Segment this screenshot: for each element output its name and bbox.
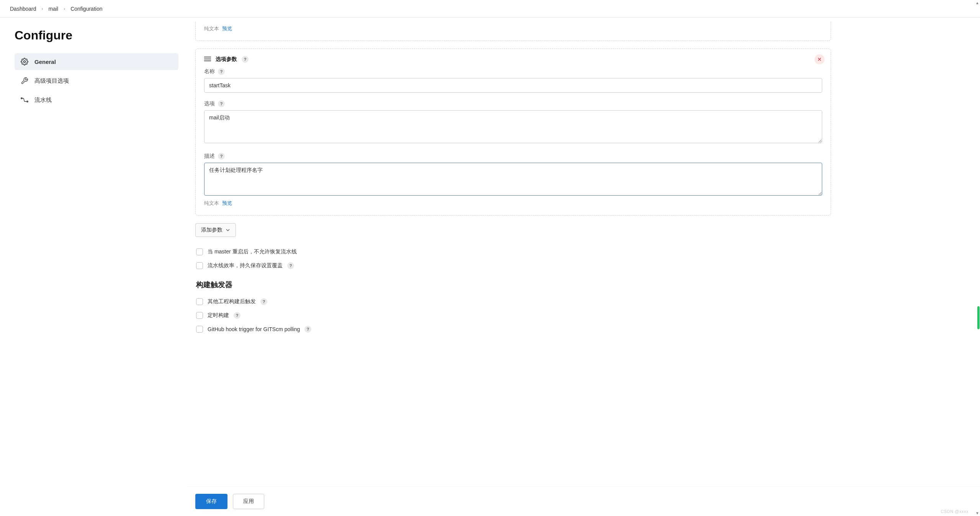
checkbox-scheduled-build[interactable]: 定时构建 ? xyxy=(195,312,831,319)
preview-link[interactable]: 预览 xyxy=(222,26,232,31)
description-textarea[interactable] xyxy=(204,163,822,196)
choice-parameter-box: 选项参数 ? ✕ 名称 ? 选项 ? 描述 ? xyxy=(195,49,831,216)
chevron-down-icon xyxy=(226,228,230,232)
text-mode-toggle: 纯文本 预览 xyxy=(204,25,822,32)
svg-point-0 xyxy=(24,61,26,63)
scroll-down-icon[interactable]: ▼ xyxy=(975,511,979,515)
bottom-action-bar: 保存 应用 xyxy=(188,487,980,516)
help-icon[interactable]: ? xyxy=(218,68,225,75)
plaintext-label: 纯文本 xyxy=(204,200,219,206)
checkbox-label: GitHub hook trigger for GITScm polling xyxy=(208,326,300,332)
save-button[interactable]: 保存 xyxy=(195,494,227,509)
help-icon[interactable]: ? xyxy=(287,262,294,269)
options-label: 选项 ? xyxy=(204,100,822,107)
options-label-text: 选项 xyxy=(204,100,215,107)
description-label-text: 描述 xyxy=(204,153,215,160)
checkbox-github-hook[interactable]: GitHub hook trigger for GITScm polling ? xyxy=(195,326,831,333)
build-triggers-heading: 构建触发器 xyxy=(196,280,831,290)
add-parameter-button[interactable]: 添加参数 xyxy=(195,223,236,237)
name-label: 名称 ? xyxy=(204,68,822,75)
checkbox-build-after-other[interactable]: 其他工程构建后触发 ? xyxy=(195,298,831,305)
breadcrumb-mail[interactable]: mail xyxy=(49,6,59,12)
sidebar: Configure General 高级项目选项 流水线 xyxy=(0,18,188,516)
param-header: 选项参数 ? xyxy=(204,56,822,63)
breadcrumb-dashboard[interactable]: Dashboard xyxy=(10,6,36,12)
watermark-text: CSDN @xxxx xyxy=(941,509,969,514)
pipeline-icon xyxy=(21,96,28,104)
help-icon[interactable]: ? xyxy=(234,312,241,319)
preview-link[interactable]: 预览 xyxy=(222,200,232,206)
checkbox-pipeline-durability[interactable]: 流水线效率，持久保存设置覆盖 ? xyxy=(195,262,831,269)
text-mode-toggle: 纯文本 预览 xyxy=(204,200,822,207)
checkbox-input[interactable] xyxy=(196,326,203,333)
main-content: 纯文本 预览 选项参数 ? ✕ 名称 ? 选项 ? xyxy=(188,18,831,516)
page-title: Configure xyxy=(15,28,178,42)
svg-point-2 xyxy=(27,101,28,102)
help-icon[interactable]: ? xyxy=(218,100,225,107)
breadcrumb-sep-icon: › xyxy=(42,6,43,11)
checkbox-input[interactable] xyxy=(196,298,203,305)
checkbox-master-restart[interactable]: 当 master 重启后，不允许恢复流水线 xyxy=(195,248,831,255)
breadcrumb-configuration[interactable]: Configuration xyxy=(70,6,102,12)
checkbox-input[interactable] xyxy=(196,312,203,319)
wrench-icon xyxy=(21,77,28,85)
apply-button[interactable]: 应用 xyxy=(233,494,264,509)
previous-param-box-tail: 纯文本 预览 xyxy=(195,21,831,41)
scroll-up-icon[interactable]: ▲ xyxy=(975,1,979,5)
param-type-title: 选项参数 xyxy=(216,56,237,63)
sidebar-item-pipeline[interactable]: 流水线 xyxy=(15,91,178,108)
plaintext-label: 纯文本 xyxy=(204,26,219,31)
options-textarea[interactable] xyxy=(204,110,822,143)
sidebar-item-advanced[interactable]: 高级项目选项 xyxy=(15,72,178,89)
help-icon[interactable]: ? xyxy=(218,153,225,160)
name-input[interactable] xyxy=(204,78,822,93)
sidebar-item-label: 流水线 xyxy=(34,96,52,104)
breadcrumb: Dashboard › mail › Configuration xyxy=(0,0,980,18)
drag-handle-icon[interactable] xyxy=(204,56,211,63)
checkbox-input[interactable] xyxy=(196,248,203,255)
checkbox-label: 其他工程构建后触发 xyxy=(208,298,256,305)
breadcrumb-sep-icon: › xyxy=(64,6,65,11)
sidebar-item-label: General xyxy=(34,59,56,65)
description-label: 描述 ? xyxy=(204,153,822,160)
sidebar-item-label: 高级项目选项 xyxy=(34,77,69,85)
checkbox-label: 当 master 重启后，不允许恢复流水线 xyxy=(208,248,297,255)
help-icon[interactable]: ? xyxy=(304,326,311,333)
checkbox-label: 流水线效率，持久保存设置覆盖 xyxy=(208,262,283,269)
checkbox-input[interactable] xyxy=(196,262,203,269)
help-icon[interactable]: ? xyxy=(260,298,267,305)
sidebar-item-general[interactable]: General xyxy=(15,53,178,70)
scroll-position-marker xyxy=(977,306,980,329)
help-icon[interactable]: ? xyxy=(242,56,249,63)
remove-param-button[interactable]: ✕ xyxy=(815,54,825,64)
add-parameter-label: 添加参数 xyxy=(201,227,223,234)
gear-icon xyxy=(21,58,28,65)
svg-point-1 xyxy=(21,98,22,99)
name-label-text: 名称 xyxy=(204,68,215,75)
checkbox-label: 定时构建 xyxy=(208,312,229,319)
